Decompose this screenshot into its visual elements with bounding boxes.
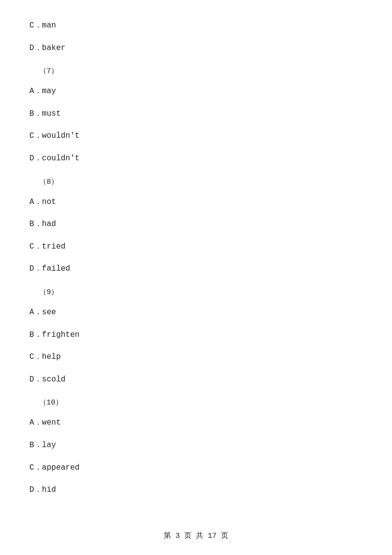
question-number: （9） [29,280,363,302]
option-line: D．couldn't [29,148,363,170]
option-line: A．see [29,302,363,324]
option-line: D．scold [29,369,363,391]
option-line: D．failed [29,258,363,280]
option-line: A．not [29,191,363,214]
option-line: A．went [29,412,363,434]
page-footer: 第 3 页 共 17 页 [0,531,392,540]
option-line: D．hid [29,479,363,502]
main-content: C．manD．baker（7）A．mayB．mustC．wouldn'tD．co… [0,0,392,531]
option-line: C．man [29,15,363,37]
option-line: C．appeared [29,457,363,479]
question-number: （7） [29,59,363,80]
option-line: B．frighten [29,324,363,347]
option-line: A．may [29,80,363,103]
option-line: B．must [29,103,363,126]
option-line: B．lay [29,434,363,457]
question-number: （8） [29,170,363,191]
option-line: D．baker [29,37,363,60]
footer-text: 第 3 页 共 17 页 [164,532,228,540]
option-line: C．wouldn't [29,125,363,148]
option-line: B．had [29,213,363,236]
question-number: （10） [29,391,363,412]
option-line: C．help [29,346,363,369]
option-line: C．tried [29,236,363,258]
